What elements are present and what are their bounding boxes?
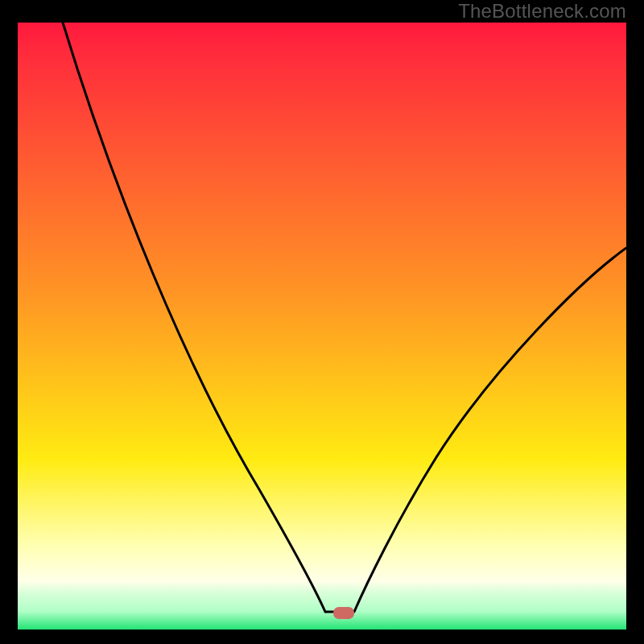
plot-area xyxy=(18,23,626,630)
valley-marker xyxy=(333,607,354,619)
chart-frame: TheBottleneck.com xyxy=(0,0,644,644)
chart-svg xyxy=(18,23,626,630)
watermark-text: TheBottleneck.com xyxy=(458,0,626,23)
gradient-background xyxy=(18,23,626,630)
